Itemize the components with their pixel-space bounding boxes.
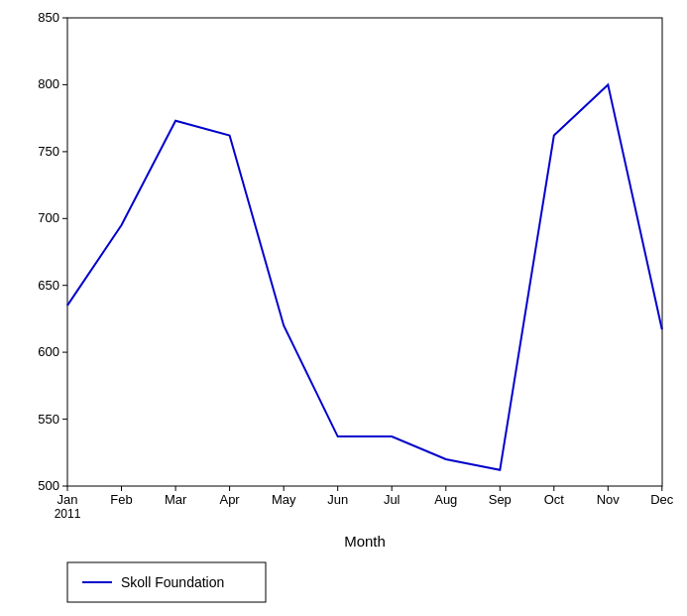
x-label-jul: Jul (384, 492, 401, 507)
x-label-oct: Oct (544, 492, 565, 507)
x-label-2011: 2011 (55, 507, 81, 521)
y-tick-600: 600 (38, 344, 59, 359)
x-label-mar: Mar (165, 492, 187, 507)
y-tick-500: 500 (38, 478, 59, 493)
y-tick-800: 800 (38, 76, 59, 91)
line-chart: 500 550 600 650 700 750 800 850 Jan 2011… (0, 0, 687, 616)
x-label-aug: Aug (434, 492, 457, 507)
x-label-dec: Dec (650, 492, 674, 507)
x-label-may: May (272, 492, 296, 507)
x-label-jan: Jan (57, 492, 78, 507)
chart-container: 500 550 600 650 700 750 800 850 Jan 2011… (0, 0, 687, 616)
x-label-sep: Sep (489, 492, 512, 507)
y-tick-700: 700 (38, 210, 59, 225)
x-label-feb: Feb (110, 492, 132, 507)
x-label-nov: Nov (597, 492, 621, 507)
y-tick-850: 850 (38, 10, 59, 25)
legend-label: Skoll Foundation (121, 574, 224, 590)
svg-rect-1 (67, 18, 662, 486)
x-label-apr: Apr (219, 492, 240, 507)
y-tick-550: 550 (38, 412, 59, 427)
x-label-jun: Jun (327, 492, 348, 507)
y-tick-650: 650 (38, 278, 59, 293)
y-tick-750: 750 (38, 144, 59, 159)
x-axis-label: Month (344, 533, 386, 550)
